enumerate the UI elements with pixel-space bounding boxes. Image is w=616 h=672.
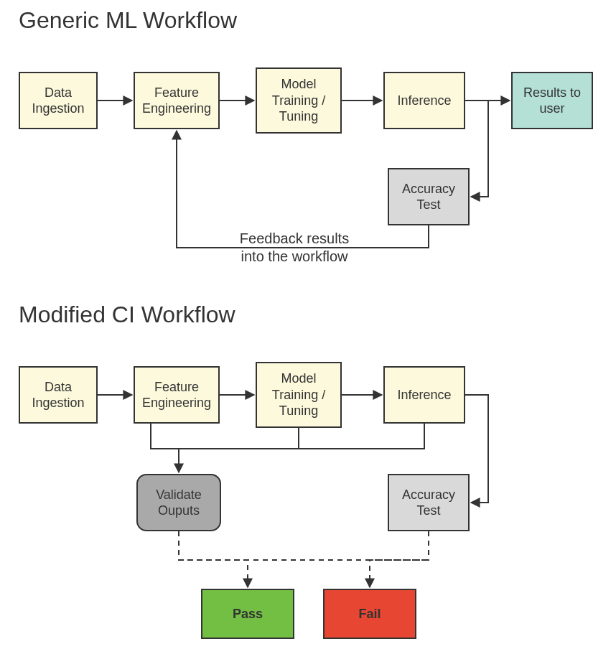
box2-data-ingestion: DataIngestion: [19, 366, 98, 424]
box2-fail: Fail: [323, 589, 416, 639]
box-feature-engineering: FeatureEngineering: [134, 72, 220, 129]
box2-inference: Inference: [383, 366, 465, 424]
box-data-ingestion: DataIngestion: [19, 72, 98, 129]
box2-pass: Pass: [201, 589, 294, 639]
feedback-label: Feedback resultsinto the workflow: [215, 230, 373, 266]
arrow2-training-to-validate: [179, 428, 299, 449]
box-results-to-user: Results touser: [511, 72, 593, 129]
box2-accuracy-test: AccuracyTest: [388, 474, 470, 531]
box-inference: Inference: [383, 72, 465, 129]
arrow-inference-to-accuracy: [471, 101, 488, 197]
box2-validate-outputs: ValidateOuputs: [136, 474, 221, 531]
box2-model-training: ModelTraining /Tuning: [256, 362, 342, 428]
box-accuracy-test: AccuracyTest: [388, 168, 470, 225]
arrow2-accuracy-to-fail: [370, 531, 429, 587]
arrow2-validate-to-pass: [179, 531, 248, 587]
box-model-training: ModelTraining /Tuning: [256, 67, 342, 134]
box2-feature-engineering: FeatureEngineering: [134, 366, 220, 424]
section-title-modified: Modified CI Workflow: [19, 302, 235, 328]
arrow2-feature-to-validate: [151, 424, 179, 472]
section-title-generic: Generic ML Workflow: [19, 7, 237, 34]
